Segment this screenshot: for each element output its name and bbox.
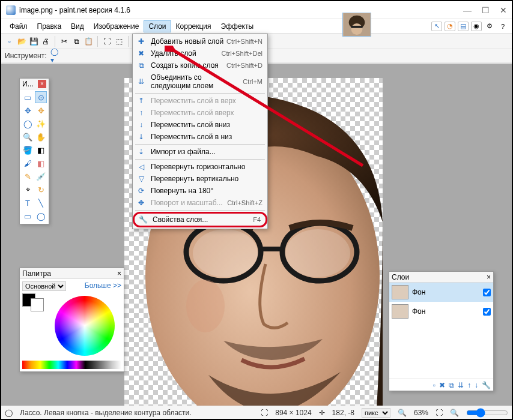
tool-eraser[interactable]: ◧ — [35, 157, 47, 169]
tool-move-selection[interactable]: ✥ — [35, 104, 47, 116]
layers-panel-toggle[interactable]: ▤ — [458, 22, 469, 31]
menu-item[interactable]: ⟳Повернуть на 180° — [133, 185, 267, 197]
paste-icon[interactable]: 📋 — [83, 37, 93, 46]
zoom-out-icon[interactable]: 🔍 — [398, 409, 407, 417]
tool-clone[interactable]: ⌖ — [22, 184, 34, 196]
menu-item-shortcut: Ctrl+Shift+D — [226, 62, 263, 69]
menu-effects[interactable]: Эффекты — [216, 20, 259, 32]
tool-gradient[interactable]: ◧ — [35, 144, 47, 156]
menu-item[interactable]: ⇊Объединить со следующим слоемCtrl+M — [133, 71, 267, 92]
menu-item-icon: ▽ — [136, 175, 146, 183]
document-thumbnail[interactable] — [342, 13, 371, 37]
tools-close-button[interactable]: × — [38, 80, 46, 88]
menu-item-label: Удалить слой — [151, 49, 222, 58]
menu-item-icon: ↓ — [136, 121, 146, 129]
menu-item-icon: ✥ — [136, 199, 146, 207]
tool-brush[interactable]: 🖌 — [22, 157, 34, 169]
print-icon[interactable]: 🖨 — [41, 37, 50, 46]
tool-ellipse-select[interactable]: ◯ — [22, 118, 34, 130]
menu-edit[interactable]: Правка — [32, 20, 67, 32]
menu-image[interactable]: Изображение — [89, 20, 144, 32]
menu-item-shortcut: Ctrl+Shift+Del — [222, 50, 263, 57]
layer-down-icon[interactable]: ↓ — [475, 381, 478, 389]
help-button[interactable]: ? — [497, 22, 508, 31]
menu-item-icon: ◁ — [136, 163, 146, 171]
tool-line[interactable]: ╲ — [35, 197, 47, 209]
menu-item[interactable]: ▽Перевернуть вертикально — [133, 173, 267, 185]
menu-item-icon: ✖ — [136, 49, 146, 58]
maximize-button[interactable]: ☐ — [482, 7, 489, 14]
palette-more-button[interactable]: Больше >> — [85, 281, 121, 291]
layer-merge-icon[interactable]: ⇊ — [458, 381, 464, 389]
menu-item[interactable]: ⧉Создать копию слояCtrl+Shift+D — [133, 59, 267, 71]
zoom-fit-icon[interactable]: ⛶ — [436, 409, 443, 417]
menu-view[interactable]: Вид — [66, 20, 89, 32]
palette-close-button[interactable]: × — [117, 269, 121, 277]
tool-move[interactable]: ✥ — [22, 104, 34, 116]
layer-row[interactable]: Фон — [389, 283, 493, 302]
menu-item-icon: ⟳ — [136, 187, 146, 195]
layers-close-button[interactable]: × — [487, 273, 491, 281]
tool-picker[interactable]: 💉 — [35, 170, 47, 182]
menu-item[interactable]: ✚Добавить новый слойCtrl+Shift+N — [133, 35, 267, 47]
settings-button[interactable]: ⚙ — [484, 22, 495, 31]
menu-item-shortcut: Ctrl+Shift+N — [226, 38, 263, 45]
layer-props-icon[interactable]: 🔧 — [482, 381, 491, 389]
crop-icon[interactable]: ⛶ — [102, 37, 112, 46]
svg-point-2 — [351, 23, 363, 35]
menu-item[interactable]: 🔧Свойства слоя...F4 — [133, 212, 267, 227]
close-button[interactable]: ✕ — [500, 7, 507, 14]
layer-delete-icon[interactable]: ✖ — [439, 381, 445, 389]
zoom-slider[interactable] — [466, 408, 508, 418]
colors-panel-toggle[interactable]: ◉ — [471, 22, 482, 31]
tool-rect-select[interactable]: ▭ — [22, 91, 34, 103]
palette-title: Палитра — [22, 269, 51, 277]
cut-icon[interactable]: ✂ — [59, 37, 69, 46]
tools-panel-toggle[interactable]: ↖ — [431, 22, 442, 31]
layer-up-icon[interactable]: ↑ — [467, 381, 471, 389]
menu-correction[interactable]: Коррекция — [171, 20, 216, 32]
units-select[interactable]: пикс — [362, 408, 390, 418]
layer-duplicate-icon[interactable]: ⧉ — [449, 381, 454, 389]
tool-text[interactable]: T — [22, 197, 34, 209]
deselect-icon[interactable]: ⬚ — [114, 37, 124, 46]
menu-item[interactable]: ✖Удалить слойCtrl+Shift+Del — [133, 47, 267, 59]
menu-item[interactable]: ↓Переместить слой вниз — [133, 119, 267, 131]
layer-visibility-checkbox[interactable] — [483, 289, 491, 296]
layer-visibility-checkbox[interactable] — [483, 308, 491, 316]
history-panel-toggle[interactable]: ◔ — [445, 22, 455, 31]
menu-item-icon: ⇊ — [136, 77, 146, 86]
zoom-in-icon[interactable]: 🔍 — [450, 409, 459, 417]
layers-title: Слои — [392, 273, 409, 281]
open-icon[interactable]: 📂 — [17, 37, 26, 46]
layer-row[interactable]: Фон — [389, 302, 493, 321]
tool-fill[interactable]: 🪣 — [22, 144, 34, 156]
svg-point-10 — [186, 280, 225, 332]
tool-recolor[interactable]: ↻ — [35, 184, 47, 196]
tool-shapes[interactable]: ◯ — [35, 210, 47, 222]
layer-thumbnail — [392, 285, 408, 299]
tool-zoom[interactable]: 🔍 — [22, 131, 34, 143]
tool-pencil[interactable]: ✎ — [22, 170, 34, 182]
menu-item[interactable]: ⤓Переместить слой в низ — [133, 131, 267, 143]
new-icon[interactable]: ▫ — [5, 37, 14, 46]
menu-item[interactable]: ◁Перевернуть горизонтально — [133, 161, 267, 173]
color-swatches[interactable] — [22, 293, 44, 358]
save-icon[interactable]: 💾 — [29, 37, 38, 46]
tool-rectangle[interactable]: ▭ — [22, 210, 34, 222]
copy-icon[interactable]: ⧉ — [71, 37, 81, 46]
tool-pan[interactable]: ✋ — [35, 131, 47, 143]
minimize-button[interactable]: — — [464, 7, 471, 14]
menu-layers[interactable]: Слои — [144, 20, 171, 32]
tool-lasso[interactable]: ⊙ — [35, 91, 47, 103]
color-wheel[interactable] — [55, 296, 115, 356]
status-dimensions: 894 × 1024 — [275, 409, 311, 417]
color-mode-select[interactable]: Основной — [22, 281, 66, 291]
color-strip[interactable] — [22, 361, 121, 369]
tool-magic-wand[interactable]: ✨ — [35, 118, 47, 130]
layer-add-icon[interactable]: ▫ — [433, 381, 436, 389]
menu-item: ✥Поворот и масштаб...Ctrl+Shift+Z — [133, 197, 267, 209]
menu-file[interactable]: Файл — [5, 20, 32, 32]
current-tool-icon[interactable]: ◯ ▾ — [50, 51, 60, 61]
menu-item[interactable]: ⇣Импорт из файла... — [133, 146, 267, 158]
